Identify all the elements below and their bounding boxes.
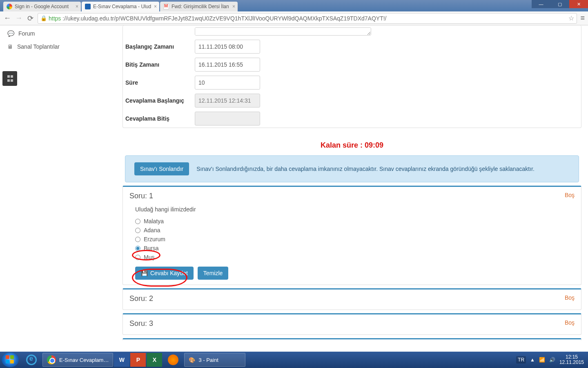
question-1-block: Soru: 1 Boş Uludağ hangi ilimizdedir Mal… <box>122 186 581 285</box>
save-icon: 💾 <box>141 270 148 276</box>
bookmark-star-icon[interactable]: ☆ <box>568 14 574 22</box>
sidebar-item-label: Forum <box>18 30 35 37</box>
form-label-cevap-baslangic: Cevaplama Başlangıç <box>125 97 195 104</box>
duration-input[interactable] <box>195 76 260 90</box>
sidebar: 💬 Forum 🖥 Sanal Toplantılar <box>0 25 122 53</box>
floating-grid-button[interactable] <box>2 71 17 86</box>
tray-volume-icon[interactable]: 🔊 <box>549 357 555 363</box>
end-exam-info-bar: Sınav'ı Sonlandır Sınav'ı Sonlandırdığın… <box>125 155 579 182</box>
question-4-block[interactable]: Soru: 4 Boş <box>122 338 581 340</box>
main-content: Başlangıç Zamanı Bitiş Zamanı Süre Cevap… <box>122 25 581 340</box>
option-label: Malatya <box>144 218 164 224</box>
window-maximize-button[interactable]: ▢ <box>550 0 569 8</box>
taskbar-chrome-task[interactable]: E-Sınav Cevaplam… <box>42 353 113 367</box>
browser-tab-strip: Sign in - Google Account × E-Sınav Cevap… <box>0 0 588 11</box>
sidebar-item-sanal[interactable]: 🖥 Sanal Toplantılar <box>0 40 122 53</box>
tray-network-icon[interactable]: 📶 <box>539 357 545 363</box>
start-time-input[interactable] <box>195 40 260 54</box>
option-adana[interactable]: Adana <box>135 226 569 235</box>
browser-tab-google[interactable]: Sign in - Google Account × <box>3 2 81 11</box>
page-viewport: 💬 Forum 🖥 Sanal Toplantılar Başlangıç Za… <box>0 25 588 340</box>
option-mus[interactable]: Muş <box>135 253 569 262</box>
tab-close-icon[interactable]: × <box>154 4 157 9</box>
reload-button[interactable]: ⟳ <box>26 14 34 23</box>
ukey-favicon <box>85 4 91 9</box>
description-textarea[interactable] <box>195 27 371 36</box>
google-favicon <box>7 4 12 9</box>
sidebar-item-label: Sanal Toplantılar <box>17 43 60 50</box>
tab-title: E-Sınav Cevaplama - Ulud <box>93 4 151 9</box>
clear-answer-button[interactable]: Temizle <box>198 267 228 280</box>
save-answer-label: Cevabı Kaydet <box>150 270 188 276</box>
forward-button[interactable]: → <box>15 14 23 22</box>
address-bar[interactable]: 🔒 https://ukey.uludag.edu.tr/p!WCBNUVldf… <box>38 13 577 24</box>
end-exam-button[interactable]: Sınav'ı Sonlandır <box>134 162 189 175</box>
browser-toolbar: ← → ⟳ 🔒 https://ukey.uludag.edu.tr/p!WCB… <box>0 11 588 25</box>
language-indicator[interactable]: TR <box>516 356 526 364</box>
save-answer-button[interactable]: 💾 Cevabı Kaydet <box>135 267 194 280</box>
tab-close-icon[interactable]: × <box>76 4 78 9</box>
url-scheme: https <box>49 15 61 22</box>
option-label: Adana <box>144 227 160 233</box>
svg-rect-2 <box>6 360 9 364</box>
end-time-input[interactable] <box>195 58 260 72</box>
option-malatya[interactable]: Malatya <box>135 217 569 226</box>
gmail-favicon <box>163 4 169 9</box>
exam-info-panel: Başlangıç Zamanı Bitiş Zamanı Süre Cevap… <box>122 25 581 128</box>
tab-title: Fwd: Girişimcilik Dersi İlan <box>172 4 229 9</box>
form-label-sure: Süre <box>125 79 195 86</box>
form-label-bitis: Bitiş Zamanı <box>125 61 195 68</box>
svg-rect-1 <box>10 355 14 359</box>
clock-date: 12.11.2015 <box>559 360 584 365</box>
taskbar-word-icon[interactable]: W <box>114 353 129 367</box>
question-title: Soru: 3 <box>129 319 153 328</box>
radio-input[interactable] <box>135 255 140 260</box>
window-close-button[interactable]: ✕ <box>569 0 588 8</box>
taskbar-task-label: 3 - Paint <box>198 357 218 363</box>
paint-icon: 🎨 <box>189 357 195 363</box>
taskbar-paint-task[interactable]: 🎨 3 - Paint <box>184 353 245 367</box>
remaining-time-label: Kalan süre : 09:09 <box>122 141 581 150</box>
question-status-badge: Boş <box>565 294 575 303</box>
lock-icon: 🔒 <box>40 15 47 21</box>
option-erzurum[interactable]: Erzurum <box>135 235 569 244</box>
back-button[interactable]: ← <box>3 14 11 22</box>
question-3-block[interactable]: Soru: 3 Boş <box>122 313 581 335</box>
option-bursa[interactable]: Bursa <box>135 244 569 253</box>
url-text: ://ukey.uludag.edu.tr/p!WCBNUVldfgwmRFJe… <box>62 15 386 22</box>
browser-tab-ukey[interactable]: E-Sınav Cevaplama - Ulud × <box>82 2 159 11</box>
option-label: Muş <box>144 254 154 260</box>
tab-close-icon[interactable]: × <box>232 4 235 9</box>
end-exam-info-text: Sınav'ı Sonlandırdığınızda, bir daha cev… <box>196 166 535 172</box>
radio-input[interactable] <box>135 219 140 224</box>
radio-input[interactable] <box>135 228 140 233</box>
window-minimize-button[interactable]: — <box>532 0 550 8</box>
question-title: Soru: 2 <box>129 294 153 303</box>
sidebar-item-forum[interactable]: 💬 Forum <box>0 27 122 40</box>
taskbar-ie-icon[interactable] <box>21 353 42 367</box>
window-controls: — ▢ ✕ <box>532 0 588 8</box>
taskbar-excel-icon[interactable]: X <box>147 353 162 367</box>
radio-input[interactable] <box>135 246 140 251</box>
chrome-icon <box>47 355 56 364</box>
taskbar-powerpoint-icon[interactable]: P <box>130 353 146 367</box>
taskbar-clock[interactable]: 12:15 12.11.2015 <box>559 355 584 365</box>
answer-end-input <box>195 112 260 126</box>
radio-input[interactable] <box>135 237 140 242</box>
question-2-block[interactable]: Soru: 2 Boş <box>122 288 581 310</box>
system-tray: TR ▲ 📶 🔊 12:15 12.11.2015 <box>516 355 586 365</box>
answer-start-input <box>195 94 260 108</box>
question-text: Uludağ hangi ilimizdedir <box>135 206 569 213</box>
screen-icon: 🖥 <box>7 43 13 50</box>
windows-taskbar: E-Sınav Cevaplam… W P X 🎨 3 - Paint TR ▲… <box>0 352 588 368</box>
svg-rect-0 <box>6 355 9 359</box>
chrome-menu-button[interactable]: ≡ <box>580 14 585 22</box>
start-button[interactable] <box>2 352 19 367</box>
form-label-baslangic: Başlangıç Zamanı <box>125 43 195 50</box>
option-label: Erzurum <box>144 236 165 242</box>
taskbar-firefox-icon[interactable] <box>163 353 183 367</box>
question-title: Soru: 1 <box>129 192 153 200</box>
tray-flag-icon[interactable]: ▲ <box>530 357 535 363</box>
option-label: Bursa <box>144 245 159 251</box>
browser-tab-gmail[interactable]: Fwd: Girişimcilik Dersi İlan × <box>160 2 238 11</box>
